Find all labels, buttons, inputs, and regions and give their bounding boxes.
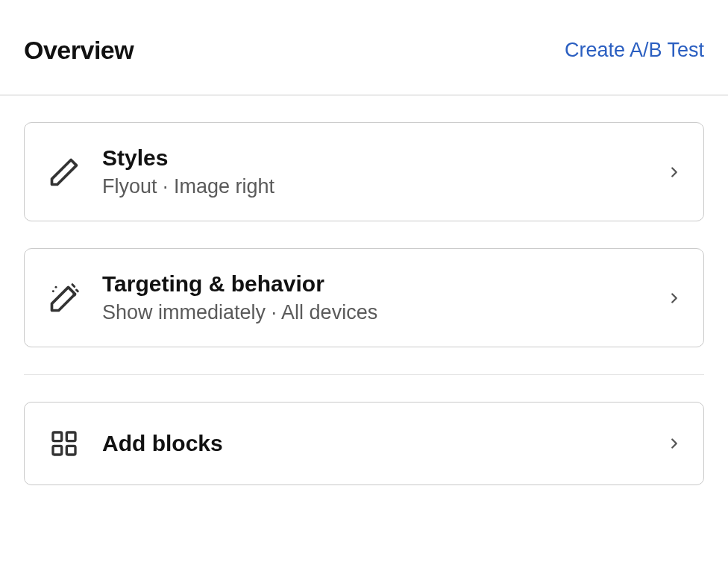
svg-rect-5 bbox=[66, 446, 75, 455]
add-blocks-title: Add blocks bbox=[102, 431, 666, 456]
header: Overview Create A/B Test bbox=[0, 0, 728, 95]
styles-body: Styles Flyout · Image right bbox=[102, 145, 666, 198]
magic-wand-icon bbox=[46, 280, 83, 317]
svg-rect-3 bbox=[66, 432, 75, 441]
svg-point-1 bbox=[52, 290, 54, 292]
page-title: Overview bbox=[24, 36, 134, 65]
svg-rect-2 bbox=[53, 432, 62, 441]
blocks-icon bbox=[46, 425, 83, 462]
styles-card[interactable]: Styles Flyout · Image right bbox=[24, 122, 704, 221]
chevron-right-icon bbox=[666, 290, 682, 306]
targeting-card[interactable]: Targeting & behavior Show immediately · … bbox=[24, 248, 704, 347]
targeting-title: Targeting & behavior bbox=[102, 271, 666, 297]
targeting-body: Targeting & behavior Show immediately · … bbox=[102, 271, 666, 324]
svg-point-0 bbox=[55, 285, 57, 288]
content: Styles Flyout · Image right Targeting & … bbox=[0, 95, 728, 485]
chevron-right-icon bbox=[666, 164, 682, 180]
add-blocks-card[interactable]: Add blocks bbox=[24, 402, 704, 485]
create-ab-test-link[interactable]: Create A/B Test bbox=[565, 39, 704, 62]
styles-subtitle: Flyout · Image right bbox=[102, 175, 666, 198]
pencil-icon bbox=[46, 154, 83, 191]
svg-rect-4 bbox=[53, 446, 62, 455]
targeting-subtitle: Show immediately · All devices bbox=[102, 301, 666, 324]
divider bbox=[24, 374, 704, 375]
styles-title: Styles bbox=[102, 145, 666, 171]
add-blocks-body: Add blocks bbox=[102, 431, 666, 456]
chevron-right-icon bbox=[666, 435, 682, 452]
